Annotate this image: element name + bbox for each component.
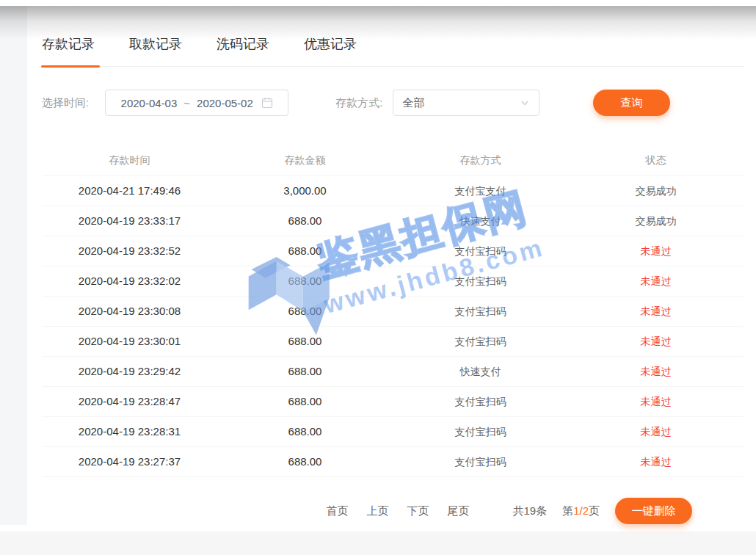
page-indicator-suffix: 页 xyxy=(589,504,600,517)
table-row: 2020-04-19 23:28:47 688.00 支付宝扫码 未通过 xyxy=(42,387,744,417)
cell-deposit-amount: 688.00 xyxy=(217,236,393,266)
cell-deposit-amount: 688.00 xyxy=(217,206,393,236)
cell-deposit-method: 快速支付 xyxy=(393,206,568,236)
table-row: 2020-04-19 23:27:37 688.00 支付宝扫码 未通过 xyxy=(42,447,744,477)
cell-status: 未通过 xyxy=(568,387,744,416)
cell-deposit-amount: 3,000.00 xyxy=(217,176,393,206)
page-bottom-gutter xyxy=(0,532,756,555)
cell-deposit-time: 2020-04-19 23:28:47 xyxy=(42,387,217,416)
table-row: 2020-04-19 23:30:08 688.00 支付宝扫码 未通过 xyxy=(42,297,744,327)
cell-deposit-time: 2020-04-19 23:32:02 xyxy=(42,266,217,296)
pagination-prev[interactable]: 上页 xyxy=(366,504,388,518)
cell-deposit-time: 2020-04-19 23:33:17 xyxy=(42,206,217,236)
deposit-method-select[interactable]: 全部 xyxy=(393,90,539,116)
page-indicator-current: 1/2 xyxy=(573,504,589,517)
cell-status: 未通过 xyxy=(568,266,744,296)
header-deposit-amount: 存款金额 xyxy=(217,145,393,175)
cell-deposit-amount: 688.00 xyxy=(217,387,393,416)
cell-deposit-method: 支付宝支付 xyxy=(393,176,568,206)
cell-deposit-time: 2020-04-19 23:28:31 xyxy=(42,417,217,446)
cell-deposit-method: 支付宝扫码 xyxy=(393,387,568,416)
date-start-value: 2020-04-03 xyxy=(121,97,178,109)
header-status: 状态 xyxy=(568,145,744,175)
delete-all-button[interactable]: 一键删除 xyxy=(615,498,692,524)
cell-deposit-time: 2020-04-19 23:30:08 xyxy=(42,297,217,326)
table-body: 2020-04-21 17:49:46 3,000.00 支付宝支付 交易成功 … xyxy=(42,176,744,477)
page-left-gutter xyxy=(0,6,27,525)
cell-deposit-time: 2020-04-19 23:29:42 xyxy=(42,357,217,386)
cell-status: 未通过 xyxy=(568,447,744,476)
table-row: 2020-04-19 23:32:52 688.00 支付宝扫码 未通过 xyxy=(42,236,744,266)
cell-deposit-method: 支付宝扫码 xyxy=(393,236,568,266)
calendar-icon xyxy=(261,97,273,109)
cell-deposit-method: 支付宝扫码 xyxy=(393,297,568,326)
date-separator: ~ xyxy=(183,97,190,109)
cell-status: 未通过 xyxy=(568,417,744,446)
time-filter-label: 选择时间: xyxy=(42,96,89,110)
date-end-value: 2020-05-02 xyxy=(197,97,253,109)
date-range-input[interactable]: 2020-04-03 ~ 2020-05-02 xyxy=(105,90,288,116)
cell-deposit-amount: 688.00 xyxy=(217,417,393,446)
cell-deposit-time: 2020-04-19 23:32:52 xyxy=(42,236,217,266)
pagination-first[interactable]: 首页 xyxy=(326,504,348,518)
cell-deposit-amount: 688.00 xyxy=(217,327,393,356)
cell-deposit-amount: 688.00 xyxy=(217,357,393,386)
cell-deposit-method: 支付宝扫码 xyxy=(393,266,568,296)
cell-deposit-time: 2020-04-19 23:30:01 xyxy=(42,327,217,356)
cell-deposit-amount: 688.00 xyxy=(217,447,393,476)
cell-status: 未通过 xyxy=(568,357,744,386)
cell-status: 未通过 xyxy=(568,327,744,356)
pagination-bar: 首页 上页 下页 尾页 共19条 第1/2页 一键删除 xyxy=(27,498,692,524)
tabs: 存款记录取款记录洗码记录优惠记录 xyxy=(42,6,744,67)
cell-deposit-method: 支付宝扫码 xyxy=(393,447,568,476)
filter-bar: 选择时间: 2020-04-03 ~ 2020-05-02 存款方式: 全部 xyxy=(42,90,744,116)
cell-status: 未通过 xyxy=(568,297,744,326)
page-indicator-prefix: 第 xyxy=(562,504,573,517)
cell-deposit-amount: 688.00 xyxy=(217,266,393,296)
chevron-down-icon xyxy=(520,98,530,108)
deposit-method-value: 全部 xyxy=(402,96,424,110)
pagination-last[interactable]: 尾页 xyxy=(447,504,469,518)
cell-status: 未通过 xyxy=(568,236,744,266)
deposit-records-table: 存款时间 存款金额 存款方式 状态 2020-04-21 17:49:46 3,… xyxy=(42,145,744,477)
table-row: 2020-04-21 17:49:46 3,000.00 支付宝支付 交易成功 xyxy=(42,176,744,206)
table-row: 2020-04-19 23:33:17 688.00 快速支付 交易成功 xyxy=(42,206,744,236)
cell-deposit-method: 支付宝扫码 xyxy=(393,327,568,356)
table-row: 2020-04-19 23:30:01 688.00 支付宝扫码 未通过 xyxy=(42,327,744,357)
table-row: 2020-04-19 23:28:31 688.00 支付宝扫码 未通过 xyxy=(42,417,744,447)
tab-promo-records[interactable]: 优惠记录 xyxy=(304,35,357,66)
cell-deposit-method: 支付宝扫码 xyxy=(393,417,568,446)
cell-status: 交易成功 xyxy=(568,206,744,236)
search-button[interactable]: 查询 xyxy=(593,90,670,116)
pagination-next[interactable]: 下页 xyxy=(407,504,429,518)
header-deposit-time: 存款时间 xyxy=(42,145,217,175)
tab-deposit-records[interactable]: 存款记录 xyxy=(42,35,95,66)
table-row: 2020-04-19 23:32:02 688.00 支付宝扫码 未通过 xyxy=(42,266,744,297)
tab-washcode-records[interactable]: 洗码记录 xyxy=(217,35,269,66)
cell-deposit-time: 2020-04-21 17:49:46 xyxy=(42,176,217,206)
pagination-page-indicator: 第1/2页 xyxy=(562,504,600,518)
pagination-total-count: 共19条 xyxy=(512,504,547,518)
cell-status: 交易成功 xyxy=(568,176,744,206)
table-header-row: 存款时间 存款金额 存款方式 状态 xyxy=(42,145,744,176)
table-row: 2020-04-19 23:29:42 688.00 快速支付 未通过 xyxy=(42,357,744,387)
records-panel: 存款记录取款记录洗码记录优惠记录 选择时间: 2020-04-03 ~ 2020… xyxy=(27,6,756,532)
tab-withdrawal-records[interactable]: 取款记录 xyxy=(129,35,182,66)
method-filter-label: 存款方式: xyxy=(335,96,382,110)
cell-deposit-amount: 688.00 xyxy=(217,297,393,326)
cell-deposit-method: 快速支付 xyxy=(393,357,568,386)
header-deposit-method: 存款方式 xyxy=(393,145,568,175)
cell-deposit-time: 2020-04-19 23:27:37 xyxy=(42,447,217,476)
